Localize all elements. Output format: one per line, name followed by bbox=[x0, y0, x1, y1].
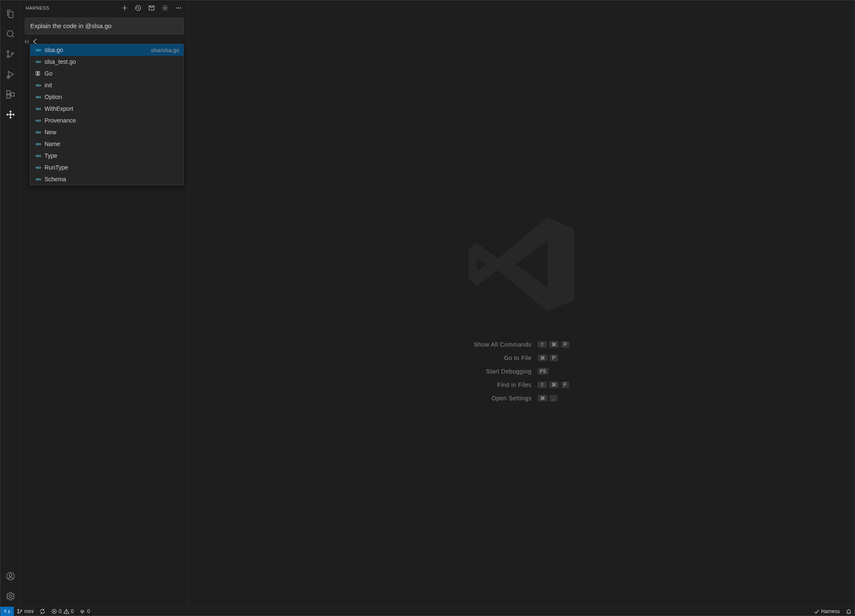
suggestion-item[interactable]: GOName bbox=[30, 138, 184, 150]
key: ⇧ bbox=[538, 381, 547, 388]
more-icon[interactable] bbox=[174, 3, 183, 13]
svg-point-3 bbox=[11, 52, 13, 54]
svg-point-9 bbox=[9, 574, 12, 577]
extensions-icon[interactable] bbox=[0, 84, 21, 104]
svg-point-16 bbox=[18, 609, 19, 610]
gear-icon[interactable] bbox=[160, 3, 170, 13]
svg-point-12 bbox=[164, 7, 166, 9]
go-file-icon: GO bbox=[34, 154, 41, 158]
suggestion-label: WithExport bbox=[45, 105, 73, 112]
svg-point-0 bbox=[7, 31, 13, 37]
status-branch[interactable]: mini bbox=[14, 607, 37, 616]
search-icon[interactable] bbox=[0, 24, 21, 44]
status-problems[interactable]: 0 0 bbox=[48, 607, 76, 616]
svg-point-14 bbox=[178, 7, 179, 8]
shortcut-label: Open Settings bbox=[474, 395, 532, 402]
run-debug-icon[interactable] bbox=[0, 64, 21, 84]
suggestion-item[interactable]: GOslsa_test.go bbox=[30, 56, 184, 68]
key: ⌘ bbox=[549, 341, 559, 348]
chat-input[interactable]: Explain the code in @slsa.go bbox=[25, 18, 184, 34]
key: P bbox=[561, 341, 569, 348]
main-area: HARNESS bbox=[0, 0, 855, 606]
book-icon bbox=[34, 70, 41, 76]
svg-point-21 bbox=[82, 612, 83, 613]
svg-rect-6 bbox=[7, 95, 10, 98]
settings-gear-icon[interactable] bbox=[0, 586, 21, 606]
svg-point-18 bbox=[21, 610, 22, 611]
suggestion-label: init bbox=[45, 82, 52, 89]
activity-bar bbox=[0, 0, 21, 606]
suggestion-item[interactable]: GONew bbox=[30, 126, 184, 138]
svg-point-15 bbox=[180, 7, 181, 8]
branch-name: mini bbox=[24, 608, 34, 614]
go-file-icon: GO bbox=[34, 166, 41, 170]
warning-count: 0 bbox=[71, 608, 74, 614]
key: F5 bbox=[538, 368, 548, 375]
sidebar-header-actions bbox=[120, 3, 183, 13]
suggestion-item[interactable]: GOType bbox=[30, 150, 184, 162]
harness-icon[interactable] bbox=[0, 104, 21, 125]
status-ports[interactable]: 0 bbox=[76, 607, 93, 616]
key: F bbox=[561, 381, 569, 388]
suggestion-label: New bbox=[45, 129, 56, 136]
go-file-icon: GO bbox=[34, 95, 41, 99]
go-file-icon: GO bbox=[34, 131, 41, 134]
history-icon[interactable] bbox=[134, 3, 143, 13]
sidebar-panel: HARNESS bbox=[21, 0, 189, 606]
status-harness[interactable]: Harness bbox=[810, 607, 843, 616]
go-file-icon: GO bbox=[34, 60, 41, 64]
suggestion-item[interactable]: GOSchema bbox=[30, 173, 184, 185]
key: ⌘ bbox=[549, 381, 559, 388]
ports-count: 0 bbox=[87, 608, 90, 614]
layout-icon[interactable] bbox=[147, 3, 156, 13]
svg-point-10 bbox=[9, 595, 12, 598]
suggestion-popup: GOslsa.goslsa/slsa.goGOslsa_test.goGoGOi… bbox=[30, 44, 184, 185]
sidebar-header: HARNESS bbox=[21, 0, 188, 15]
go-file-icon: GO bbox=[34, 48, 41, 52]
suggestion-label: slsa_test.go bbox=[45, 58, 76, 65]
new-chat-icon[interactable] bbox=[120, 3, 129, 13]
shortcut-label: Show All Commands bbox=[474, 341, 532, 348]
shortcut-keys: F5 bbox=[538, 368, 569, 375]
go-file-icon: GO bbox=[34, 177, 41, 181]
status-bar: mini 0 0 0 Harness bbox=[0, 606, 855, 616]
go-file-icon: GO bbox=[34, 84, 41, 87]
editor-area: Show All Commands⇧⌘PGo to File⌘PStart De… bbox=[189, 0, 855, 606]
suggestion-item[interactable]: Go bbox=[30, 68, 184, 79]
shortcut-label: Find in Files bbox=[474, 381, 532, 388]
svg-point-1 bbox=[7, 51, 8, 52]
suggestion-item[interactable]: GOProvenance bbox=[30, 115, 184, 126]
suggestion-item[interactable]: GORunType bbox=[30, 162, 184, 173]
suggestion-detail: slsa/slsa.go bbox=[151, 47, 179, 53]
suggestion-item[interactable]: GOslsa.goslsa/slsa.go bbox=[30, 44, 184, 56]
svg-point-13 bbox=[176, 7, 177, 8]
go-file-icon: GO bbox=[34, 107, 41, 111]
svg-point-20 bbox=[66, 612, 66, 613]
shortcut-keys: ⌘P bbox=[538, 355, 569, 361]
shortcut-label: Start Debugging bbox=[474, 368, 532, 375]
suggestion-label: RunType bbox=[45, 164, 68, 171]
suggestion-label: Type bbox=[45, 152, 57, 159]
suggestion-label: Go bbox=[45, 70, 52, 77]
remote-indicator-icon[interactable] bbox=[0, 607, 14, 616]
suggestion-item[interactable]: GOinit bbox=[30, 79, 184, 91]
suggestion-label: Name bbox=[45, 141, 60, 147]
source-control-icon[interactable] bbox=[0, 44, 21, 64]
suggestion-item[interactable]: GOOption bbox=[30, 91, 184, 103]
vscode-watermark-icon bbox=[463, 206, 580, 324]
explorer-icon[interactable] bbox=[0, 4, 21, 24]
svg-rect-7 bbox=[11, 93, 14, 96]
key: ⌘ bbox=[538, 395, 548, 402]
sync-icon[interactable] bbox=[37, 607, 48, 616]
svg-rect-5 bbox=[7, 91, 10, 94]
key: P bbox=[550, 355, 558, 361]
go-file-icon: GO bbox=[34, 119, 41, 123]
status-harness-label: Harness bbox=[821, 608, 840, 614]
suggestion-item[interactable]: GOWithExport bbox=[30, 103, 184, 115]
key: ⇧ bbox=[538, 341, 547, 348]
key: , bbox=[550, 395, 557, 402]
suggestion-label: Schema bbox=[45, 176, 66, 183]
accounts-icon[interactable] bbox=[0, 566, 21, 586]
bell-icon[interactable] bbox=[843, 607, 855, 616]
suggestion-label: slsa.go bbox=[45, 47, 63, 53]
